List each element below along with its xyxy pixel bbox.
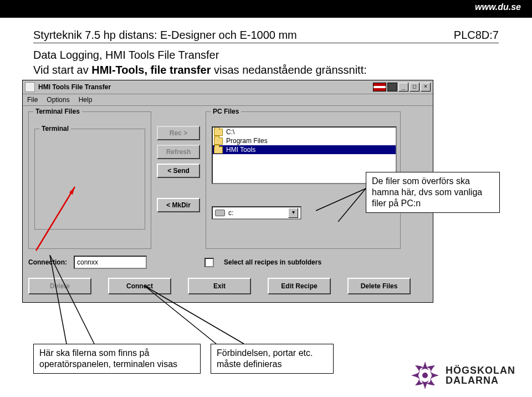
svg-point-8	[422, 373, 428, 378]
window-title: HMI Tools File Transfer	[38, 83, 373, 91]
maximize-button[interactable]: □	[410, 83, 420, 91]
intro-prefix: Vid start av	[33, 64, 91, 76]
mkdir-button[interactable]: < MkDir	[157, 198, 200, 212]
menu-help[interactable]: Help	[79, 96, 93, 104]
titlebar-controls: _ □ ×	[373, 83, 431, 91]
close-button[interactable]: ×	[421, 83, 431, 91]
connection-field[interactable]: connxx	[74, 256, 147, 269]
chevron-down-icon[interactable]: ▾	[288, 208, 298, 218]
refresh-button[interactable]: Refresh	[157, 145, 200, 159]
page-header: Styrteknik 7.5 hp distans: E-Designer oc…	[33, 29, 499, 43]
folder-label: HMI Tools	[226, 146, 255, 154]
edit-recipe-button[interactable]: Edit Recipe	[268, 278, 331, 294]
flag-icon[interactable]	[373, 83, 386, 91]
intro-suffix: visas nedanstående gränssnitt:	[211, 64, 366, 76]
terminal-files-panel: Terminal Files Terminal	[28, 111, 151, 249]
logo-text: HÖGSKOLAN DALARNA	[446, 365, 515, 385]
terminal-inner-legend: Terminal	[39, 125, 71, 133]
header-left: Styrteknik 7.5 hp distans: E-Designer oc…	[33, 29, 297, 42]
select-all-label: Select all recipes in subfolders	[224, 258, 321, 266]
folder-icon	[214, 146, 223, 154]
folder-icon	[214, 129, 223, 136]
list-item[interactable]: Program Files	[213, 136, 396, 145]
section-title: Data Logging, HMI Tools File Transfer	[33, 49, 499, 62]
drive-selector[interactable]: c: ▾	[212, 206, 301, 220]
menu-options[interactable]: Options	[47, 96, 69, 104]
connect-button[interactable]: Connect	[108, 278, 171, 294]
callout-pc-files: De filer som överförs ska hamna här, dvs…	[366, 172, 500, 213]
logo: HÖGSKOLAN DALARNA	[410, 360, 515, 390]
callout-connection: Förbindelsen, portar etc. måste definier…	[211, 344, 334, 374]
folder-label: C:\	[226, 128, 234, 136]
connection-label: Connection:	[28, 258, 67, 266]
terminal-files-legend: Terminal Files	[33, 108, 82, 115]
menubar: File Options Help	[23, 94, 433, 106]
bottom-button-row: Delete Connect Exit Edit Recipe Delete F…	[23, 276, 433, 302]
site-url: www.du.se	[475, 2, 521, 12]
rec-button[interactable]: Rec >	[157, 126, 200, 140]
select-all-checkbox[interactable]	[204, 258, 214, 267]
list-item-selected[interactable]: HMI Tools	[213, 145, 396, 154]
intro-text: Vid start av HMI-Tools, file transfer vi…	[33, 64, 499, 77]
callout-terminal: Här ska filerna som finns på operatörspa…	[33, 344, 201, 374]
minimize-button[interactable]: _	[398, 83, 408, 91]
spacer	[157, 182, 200, 194]
site-url-bar: www.du.se	[0, 0, 532, 18]
terminal-listbox[interactable]: Terminal	[34, 129, 145, 230]
drive-label: c:	[228, 209, 233, 217]
folder-icon	[214, 138, 223, 145]
drive-icon	[215, 210, 225, 216]
folder-label: Program Files	[226, 137, 268, 145]
connection-row: Connection: connxx Select all recipes in…	[23, 251, 433, 276]
titlebar: HMI Tools File Transfer _ □ ×	[23, 80, 433, 94]
send-button[interactable]: < Send	[157, 164, 200, 178]
list-item[interactable]: C:\	[213, 128, 396, 136]
toolbar-square-icon[interactable]	[387, 83, 397, 91]
menu-file[interactable]: File	[27, 96, 38, 104]
logo-line2: DALARNA	[446, 375, 515, 385]
intro-bold: HMI-Tools, file transfer	[91, 64, 211, 76]
header-right: PLC8D:7	[454, 29, 499, 42]
delete-files-button[interactable]: Delete Files	[347, 278, 411, 294]
transfer-buttons: Rec > Refresh < Send < MkDir	[157, 111, 200, 212]
pc-files-legend: PC Files	[211, 108, 241, 115]
logo-star-icon	[410, 360, 440, 390]
logo-line1: HÖGSKOLAN	[446, 365, 515, 375]
exit-button[interactable]: Exit	[188, 278, 251, 294]
delete-button[interactable]: Delete	[28, 278, 91, 294]
app-icon	[25, 82, 35, 92]
